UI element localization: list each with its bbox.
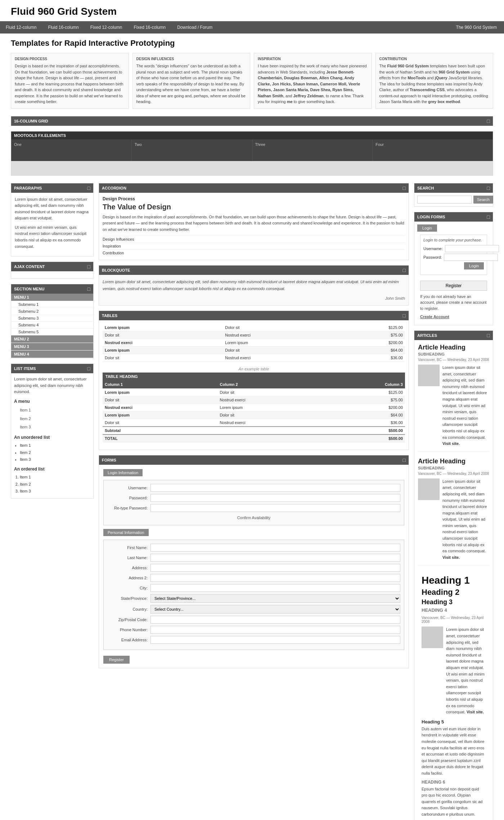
demo-h6: HEADING 6: [422, 780, 486, 785]
submenu-4[interactable]: Submenu 4: [11, 322, 93, 329]
table-cell: $125.00: [335, 324, 405, 331]
register-top-button[interactable]: Register: [420, 281, 487, 291]
first-name-input[interactable]: [150, 544, 400, 552]
list-item: Contribution: [103, 249, 405, 256]
total-val: $500.00: [325, 434, 405, 442]
login-forms-panel: LOGIN FORMS □ Login Login to complete yo…: [414, 212, 493, 326]
para-text-1: Lorem ipsum dolor sit amet, consectetuer…: [15, 196, 90, 222]
create-account-link[interactable]: Create Account: [420, 315, 449, 319]
username-input[interactable]: [150, 484, 400, 492]
articles-expand-icon[interactable]: □: [487, 333, 490, 338]
list-item: Item 1: [20, 442, 90, 449]
site-header: Fluid 960 Grid System: [0, 0, 504, 21]
article-thumb-1: [418, 365, 440, 386]
phone-input[interactable]: [150, 626, 400, 634]
page-title: Templates for Rapid Interactive Prototyp…: [11, 39, 493, 48]
paragraphs-expand-icon[interactable]: □: [87, 185, 90, 191]
table-cell: Nostrud exerci: [223, 354, 335, 362]
login-username-input[interactable]: [445, 245, 499, 252]
table-caption: An example table: [103, 365, 405, 373]
address2-input[interactable]: [150, 574, 400, 582]
login-password-input[interactable]: [444, 254, 498, 261]
table-row: Dolor sit Nostrud exerci $36.00: [103, 419, 405, 427]
search-header: SEARCH □: [414, 183, 493, 193]
confirm-avail: Confirm Availability: [107, 514, 400, 521]
table-cell: Nostrud exerci: [223, 331, 335, 339]
table-cell: Nostrud exerci: [103, 339, 223, 347]
grid-expand-icon[interactable]: □: [487, 118, 490, 124]
list-item: Item 2: [20, 415, 90, 423]
grid-section-header: 16-COLUMN GRID □: [11, 116, 493, 126]
zip-input[interactable]: [150, 616, 400, 624]
article-subheading-2: SUBHEADING: [418, 466, 489, 470]
search-expand-icon[interactable]: □: [487, 185, 490, 191]
unordered-list: Item 1 Item 2 Item 3: [14, 442, 90, 463]
search-button[interactable]: Search: [473, 196, 493, 204]
address-input[interactable]: [150, 564, 400, 572]
personal-tab[interactable]: Personal Information: [103, 529, 149, 536]
login-forms-content: Login Login to complete your purchase. U…: [414, 222, 493, 325]
blockquote-expand-icon[interactable]: □: [403, 267, 406, 273]
article-heading-2: Article Heading: [418, 458, 489, 465]
subtotal-label: Subtotal: [103, 427, 325, 434]
accordion-expand-icon[interactable]: □: [403, 185, 406, 191]
table-cell: Lorem ipsum: [217, 404, 325, 411]
table-cell: Dolor sit: [217, 389, 325, 396]
nav-fixed-16[interactable]: Fixed 16-column: [128, 21, 171, 34]
submenu-2[interactable]: Submenu 2: [11, 308, 93, 315]
menu-group-3[interactable]: MENU 3: [11, 343, 93, 350]
visit-site-link-1[interactable]: Visit site.: [442, 441, 460, 446]
ajax-expand-icon[interactable]: □: [87, 264, 90, 269]
table-row: Lorem ipsum Dolor sit $125.00: [103, 324, 405, 331]
search-panel: SEARCH □ Search: [414, 183, 493, 207]
demo-visit-link[interactable]: Visit site.: [467, 710, 484, 714]
retype-input[interactable]: [150, 504, 400, 512]
login-forms-expand-icon[interactable]: □: [487, 214, 490, 220]
submenu-5[interactable]: Submenu 5: [11, 329, 93, 335]
menu-group-1[interactable]: MENU 1: [11, 294, 93, 301]
accordion-content: Design Process The Value of Design Desig…: [99, 193, 409, 260]
password-input[interactable]: [150, 494, 400, 502]
menu-group-4[interactable]: MENU 4: [11, 351, 93, 358]
menu-item-3[interactable]: Item 3: [20, 425, 31, 429]
nav-fixed-12[interactable]: Fixed 12-column: [85, 21, 128, 34]
visit-site-link-2[interactable]: Visit site.: [442, 555, 460, 560]
paragraphs-header: PARAGRAPHS □: [11, 183, 93, 193]
menu-group-2[interactable]: MENU 2: [11, 335, 93, 343]
mootools-section: MOOTOOLS FX.ELEMENTS One Two Three Four: [11, 131, 493, 176]
ajax-content-body: [11, 271, 93, 278]
nav-download[interactable]: Download / Forum: [171, 21, 218, 34]
state-select[interactable]: Select State/Province...: [150, 594, 400, 603]
nav-fluid-12[interactable]: Fluid 12-column: [0, 21, 42, 34]
login-tab[interactable]: Login Information: [103, 469, 143, 476]
table-cell: Lorem ipsum: [103, 347, 223, 354]
forms-expand-icon[interactable]: □: [403, 457, 406, 463]
state-label: State/Province:: [107, 596, 150, 601]
nav-brand: The 960 Grid System: [456, 25, 504, 30]
search-input[interactable]: [417, 196, 472, 204]
main-nav: Fluid 12-column Fluid 16-column Fixed 12…: [0, 21, 504, 34]
password-label: Password:: [107, 496, 150, 500]
menu-item-1[interactable]: Item 1: [20, 408, 31, 412]
nav-fluid-16[interactable]: Fluid 16-column: [42, 21, 84, 34]
tables-expand-icon[interactable]: □: [403, 313, 406, 318]
subtotal-val: $500.00: [325, 427, 405, 434]
register-button[interactable]: Register: [103, 656, 130, 664]
login-submit-button[interactable]: Login: [464, 262, 484, 269]
last-name-field: Last Name:: [107, 554, 400, 562]
menu-item-2[interactable]: Item 2: [20, 416, 31, 421]
section-menu-content: MENU 1 Submenu 1 Submenu 2 Submenu 3 Sub…: [11, 294, 93, 358]
email-input[interactable]: [150, 636, 400, 644]
articles-content: Article Heading SUBHEADING Vancouver, BC…: [414, 340, 493, 820]
table-cell: Lorem ipsum: [103, 324, 223, 331]
last-name-input[interactable]: [150, 554, 400, 562]
menu-heading: A menu: [14, 398, 90, 405]
country-select[interactable]: Select Country...: [150, 605, 400, 614]
section-menu-expand-icon[interactable]: □: [87, 286, 90, 292]
submenu-3[interactable]: Submenu 3: [11, 315, 93, 322]
paragraphs-panel: PARAGRAPHS □ Lorem ipsum dolor sit amet,…: [11, 183, 94, 257]
login-top-button[interactable]: Login: [417, 224, 437, 232]
submenu-1[interactable]: Submenu 1: [11, 301, 93, 308]
city-input[interactable]: [150, 584, 400, 592]
list-items-expand-icon[interactable]: □: [87, 366, 90, 371]
